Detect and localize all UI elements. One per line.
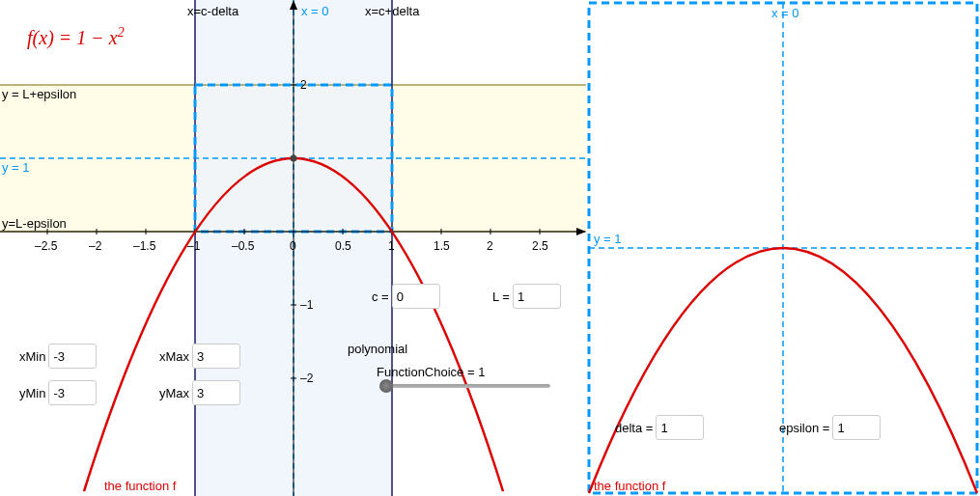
L-label: L = [492,289,510,304]
yMax-label: yMax [159,386,189,400]
xtick-0: 0 [290,239,296,253]
xtick-m05: –0.5 [232,239,254,253]
xtick-m2: –2 [89,239,101,253]
xtick-p2: 2 [487,239,493,253]
function-formula: f(x) = 1 − x2 [27,25,125,49]
xMax-input[interactable] [192,344,240,369]
xMax-control[interactable]: xMax [159,344,240,369]
zoom-y-label: y = 1 [594,232,622,246]
xtick-m15: –1.5 [133,239,155,253]
x-equals-c-label: x = 0 [301,4,329,18]
xtick-p25: 2.5 [532,239,548,253]
c-label: c = [372,289,389,304]
zoom-plot: x = 0 y = 1 the function f delta = epsil… [586,0,980,496]
polynomial-label: polynomial [348,342,407,356]
epsilon-input[interactable] [832,415,881,440]
delta-input[interactable] [656,415,704,440]
xtick-p1: 1 [388,239,395,253]
main-plot: f(x) = 1 − x2 x=c-delta x = 0 x=c+delta … [0,0,586,496]
yMin-input[interactable] [48,380,97,405]
xMin-control[interactable]: xMin [19,344,97,369]
y-equals-L-label: y = 1 [2,160,30,175]
yMin-control[interactable]: yMin [19,380,97,405]
L-input[interactable] [513,284,561,309]
L-minus-eps-label: y=L-epsilon [2,216,67,231]
c-control[interactable]: c = [372,284,440,309]
xtick-p05: 0.5 [335,239,351,253]
slider-thumb[interactable] [379,379,393,393]
xtick-m1: –1 [187,239,200,253]
c-minus-delta-label: x=c-delta [187,4,238,18]
ytick-m2: –2 [300,372,313,385]
epsilon-label: epsilon = [779,421,829,435]
function-choice-slider[interactable] [386,384,550,388]
ytick-p2: 2 [300,78,307,92]
epsilon-control[interactable]: epsilon = [779,415,881,440]
slider-track[interactable] [386,384,550,388]
c-plus-delta-label: x=c+delta [365,4,419,18]
L-control[interactable]: L = [492,284,561,309]
yMax-input[interactable] [192,380,240,405]
yMax-control[interactable]: yMax [159,380,240,405]
L-plus-eps-label: y = L+epsilon [2,87,76,101]
delta-control[interactable]: delta = [615,415,704,440]
c-input[interactable] [392,284,440,309]
xtick-m25: –2.5 [35,239,57,253]
xMin-input[interactable] [48,344,97,369]
xMax-label: xMax [159,349,189,364]
vertex-point [291,155,297,162]
function-choice-label: FunctionChoice = 1 [377,365,485,379]
xMin-label: xMin [19,349,45,364]
zoom-x-label: x = 0 [771,6,799,20]
ytick-m1: –1 [300,298,313,312]
xtick-p15: 1.5 [434,239,450,253]
function-label-left: the function f [104,479,176,493]
yMin-label: yMin [19,386,45,400]
delta-label: delta = [615,421,653,435]
function-label-right: the function f [594,479,665,493]
